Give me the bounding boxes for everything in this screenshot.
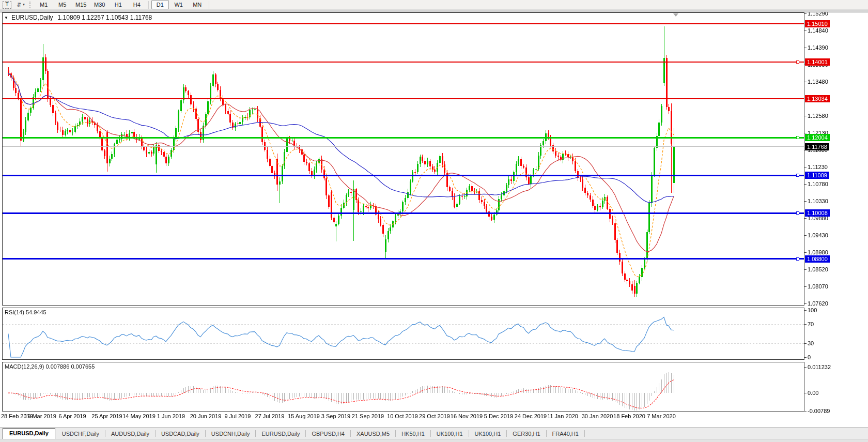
timeframe-button-mn[interactable]: MN — [189, 0, 206, 9]
chart-title-ohlc: 1.10809 1.12257 1.10543 1.11768 — [58, 14, 152, 21]
window-menu-icon[interactable]: ▼ — [4, 16, 8, 20]
line-handle-icon — [796, 136, 799, 139]
date-axis-label: 15 Aug 2019 — [288, 413, 320, 419]
arrow-tools-button[interactable]: ⇵ ▾ — [14, 1, 27, 9]
price-axis-tick: 1.08520 — [808, 266, 828, 272]
price-axis-tick: 1.14390 — [808, 44, 828, 51]
price-level-line[interactable] — [3, 137, 804, 139]
rsi-axis-tick: 0 — [808, 354, 811, 360]
chart-tab-usdchf-daily[interactable]: USDCHF,Daily — [57, 429, 104, 439]
chart-tab-hk50-h1[interactable]: HK50,H1 — [396, 429, 430, 439]
rsi-axis-tick: 100 — [808, 307, 817, 313]
rsi-axis-tick: 30 — [808, 340, 814, 346]
timeframe-button-d1[interactable]: D1 — [151, 0, 169, 9]
macd-axis-tick: 0.00 — [808, 390, 818, 396]
price-axis-tick: 1.09430 — [808, 232, 828, 238]
date-axis-label: 1 Jun 2019 — [157, 413, 185, 419]
chart-tab-usdcnh-daily[interactable]: USDCNH,Daily — [206, 429, 255, 439]
chart-tab-uk100-h1[interactable]: UK100,H1 — [470, 429, 506, 439]
date-axis-label: 5 Dec 2019 — [484, 413, 513, 419]
price-axis-tick: 1.08070 — [808, 283, 828, 289]
chart-shift-marker[interactable] — [673, 13, 678, 17]
chart-tab-audusd-daily[interactable]: AUDUSD,Daily — [106, 429, 154, 439]
date-axis-label: 6 Apr 2019 — [58, 413, 86, 419]
line-handle-icon — [796, 60, 799, 64]
date-axis-label: 20 Jun 2019 — [190, 413, 222, 419]
price-axis-tick: 1.11230 — [808, 164, 828, 170]
line-handle-icon — [796, 257, 799, 261]
current-price-line — [3, 146, 804, 147]
macd-indicator-label: MACD(12,26,9) 0.007886 0.007655 — [5, 363, 95, 370]
price-axis-tick: 1.12580 — [808, 113, 828, 119]
macd-axis-tick: 0.011232 — [808, 364, 831, 370]
tab-separator — [305, 430, 306, 437]
rsi-indicator-label: RSI(14) 54.9445 — [5, 309, 47, 315]
tab-separator — [105, 430, 105, 437]
chart-tab-gbpusd-h4[interactable]: GBPUSD,H4 — [306, 429, 350, 439]
arrows-icon: ⇵ — [17, 2, 21, 8]
chart-tab-uk100-h1[interactable]: UK100,H1 — [431, 429, 468, 439]
tab-separator — [506, 430, 507, 437]
chart-tab-eurusd-daily[interactable]: EURUSD,Daily — [3, 428, 55, 439]
timeframe-button-w1[interactable]: W1 — [170, 0, 188, 9]
timeframe-button-m30[interactable]: M30 — [91, 0, 109, 9]
tab-separator — [155, 430, 156, 437]
price-level-badge: 1.12004 — [805, 134, 830, 141]
price-level-line[interactable] — [3, 175, 804, 176]
date-axis-label: 24 Dec 2019 — [515, 413, 547, 419]
date-axis-label: 25 Apr 2019 — [91, 413, 122, 419]
line-handle-icon — [796, 174, 799, 177]
chart-tab-usdcad-daily[interactable]: USDCAD,Daily — [156, 429, 205, 439]
chart-tab-xauusd-m5[interactable]: XAUUSD,M5 — [351, 429, 395, 439]
date-axis-label: 21 Sep 2019 — [352, 413, 384, 419]
price-level-line[interactable] — [3, 23, 804, 24]
date-axis-label: 30 Jan 2020 — [582, 413, 613, 419]
chart-tabs: EURUSD,DailyUSDCHF,DailyAUDUSD,DailyUSDC… — [0, 428, 868, 439]
price-axis-tick: 1.08980 — [808, 249, 828, 255]
price-level-badge: 1.10008 — [805, 209, 830, 217]
date-axis-label: 27 Jul 2019 — [255, 413, 285, 419]
tab-separator — [350, 430, 351, 437]
tab-separator — [469, 430, 469, 437]
line-handle-icon — [796, 211, 799, 215]
price-level-line[interactable] — [3, 212, 804, 214]
date-axis-label: 16 Nov 2019 — [451, 413, 483, 419]
price-level-badge: 1.11768 — [805, 143, 829, 150]
date-axis-label: 9 Jul 2019 — [225, 413, 251, 419]
price-axis-tick: 1.14840 — [808, 27, 828, 34]
tab-separator — [546, 430, 547, 437]
price-axis-tick: 1.10780 — [808, 181, 828, 187]
price-level-badge: 1.14001 — [805, 58, 830, 66]
timeframe-button-m1[interactable]: M1 — [35, 0, 53, 9]
date-axis-label: 3 Sep 2019 — [321, 413, 350, 419]
price-level-badge: 1.15010 — [805, 20, 830, 27]
rsi-axis-tick: 70 — [808, 321, 814, 327]
timeframe-toolbar: M1M5M15M30H1H4D1W1MN — [35, 0, 211, 10]
date-axis-label: 18 Feb 2020 — [613, 413, 645, 419]
chart-tab-eurusd-daily[interactable]: EURUSD,Daily — [256, 429, 305, 439]
date-axis-label: 11 Jan 2020 — [547, 413, 578, 419]
dropdown-arrow-icon: ▾ — [23, 3, 25, 7]
date-axis-label: 19 Mar 2019 — [24, 413, 56, 419]
chart-canvas[interactable] — [0, 0, 868, 442]
status-strip — [0, 439, 868, 442]
timeframe-button-m15[interactable]: M15 — [72, 0, 90, 9]
window-top-edge — [0, 10, 868, 12]
timeframe-button-h1[interactable]: H1 — [110, 0, 127, 9]
chart-title: ▼EURUSD,Daily1.10809 1.12257 1.10543 1.1… — [4, 14, 152, 21]
text-tool-button[interactable]: T — [1, 1, 13, 9]
timeframe-button-m5[interactable]: M5 — [54, 0, 71, 9]
price-level-line[interactable] — [3, 258, 804, 260]
price-level-line[interactable] — [3, 98, 804, 99]
toolbar-separator — [148, 1, 149, 9]
timeframe-button-h4[interactable]: H4 — [128, 0, 146, 9]
toolbar-grip[interactable] — [29, 2, 32, 8]
price-axis-tick: 1.07620 — [808, 300, 828, 307]
date-axis-label: 14 May 2019 — [122, 413, 156, 419]
tab-separator — [430, 430, 431, 437]
chart-tab-fra40-h1[interactable]: FRA40,H1 — [547, 429, 584, 439]
price-level-line[interactable] — [3, 62, 804, 63]
chart-tab-ger30-h1[interactable]: GER30,H1 — [507, 429, 545, 439]
price-level-badge: 1.13034 — [805, 95, 830, 102]
tab-separator — [584, 430, 585, 437]
